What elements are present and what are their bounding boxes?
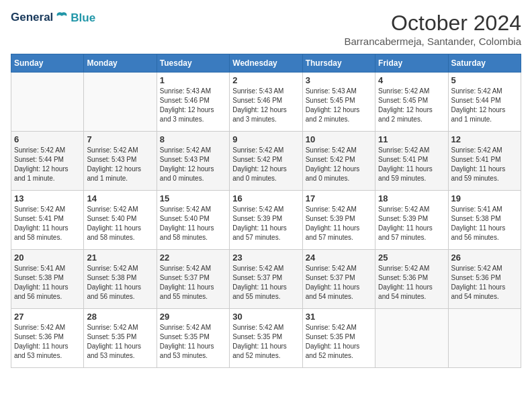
logo-blue: Blue [71,11,95,25]
weekday-header-friday: Friday [375,54,448,73]
day-info: Sunrise: 5:42 AM Sunset: 5:37 PM Dayligh… [160,264,226,302]
month-year-title: October 2024 [345,11,521,36]
calendar-cell: 26Sunrise: 5:42 AM Sunset: 5:36 PM Dayli… [448,250,521,309]
calendar-week-4: 20Sunrise: 5:41 AM Sunset: 5:38 PM Dayli… [11,250,521,309]
day-info: Sunrise: 5:42 AM Sunset: 5:36 PM Dayligh… [378,264,445,302]
day-info: Sunrise: 5:43 AM Sunset: 5:45 PM Dayligh… [306,87,372,124]
day-number: 23 [232,253,299,263]
day-info: Sunrise: 5:42 AM Sunset: 5:43 PM Dayligh… [160,146,226,183]
day-info: Sunrise: 5:43 AM Sunset: 5:46 PM Dayligh… [232,87,299,124]
day-info: Sunrise: 5:42 AM Sunset: 5:35 PM Dayligh… [306,323,372,361]
calendar-cell: 8Sunrise: 5:42 AM Sunset: 5:43 PM Daylig… [157,132,229,191]
calendar-cell: 17Sunrise: 5:42 AM Sunset: 5:39 PM Dayli… [302,191,375,250]
day-info: Sunrise: 5:42 AM Sunset: 5:39 PM Dayligh… [232,205,299,242]
day-number: 18 [378,193,445,203]
calendar-cell: 24Sunrise: 5:42 AM Sunset: 5:37 PM Dayli… [302,250,375,309]
day-number: 25 [378,253,445,263]
logo: General Blue [11,11,95,26]
calendar-cell [84,73,157,132]
calendar-week-2: 6Sunrise: 5:42 AM Sunset: 5:44 PM Daylig… [11,132,521,191]
day-info: Sunrise: 5:42 AM Sunset: 5:39 PM Dayligh… [306,205,372,242]
day-info: Sunrise: 5:42 AM Sunset: 5:36 PM Dayligh… [451,264,518,302]
calendar-cell: 1Sunrise: 5:43 AM Sunset: 5:46 PM Daylig… [157,73,229,132]
calendar-cell: 31Sunrise: 5:42 AM Sunset: 5:35 PM Dayli… [302,309,375,368]
calendar-cell: 23Sunrise: 5:42 AM Sunset: 5:37 PM Dayli… [230,250,302,309]
day-info: Sunrise: 5:42 AM Sunset: 5:37 PM Dayligh… [306,264,372,302]
day-info: Sunrise: 5:42 AM Sunset: 5:42 PM Dayligh… [306,146,372,183]
day-number: 10 [306,134,372,144]
calendar-cell [11,73,84,132]
calendar-cell: 27Sunrise: 5:42 AM Sunset: 5:36 PM Dayli… [11,309,84,368]
weekday-header-saturday: Saturday [448,54,521,73]
weekday-header-monday: Monday [84,54,157,73]
day-number: 28 [87,312,153,322]
day-number: 7 [87,134,153,144]
day-info: Sunrise: 5:42 AM Sunset: 5:37 PM Dayligh… [232,264,299,302]
logo-general: General [11,11,53,24]
day-info: Sunrise: 5:42 AM Sunset: 5:35 PM Dayligh… [87,323,153,361]
calendar-week-1: 1Sunrise: 5:43 AM Sunset: 5:46 PM Daylig… [11,73,521,132]
day-info: Sunrise: 5:42 AM Sunset: 5:45 PM Dayligh… [378,87,445,124]
day-info: Sunrise: 5:42 AM Sunset: 5:41 PM Dayligh… [14,205,81,242]
title-block: October 2024 Barrancabermeja, Santander,… [345,11,521,47]
day-number: 8 [160,134,226,144]
weekday-header-wednesday: Wednesday [230,54,302,73]
calendar-cell: 14Sunrise: 5:42 AM Sunset: 5:40 PM Dayli… [84,191,157,250]
calendar-week-5: 27Sunrise: 5:42 AM Sunset: 5:36 PM Dayli… [11,309,521,368]
day-number: 1 [160,75,226,85]
day-number: 2 [232,75,299,85]
day-info: Sunrise: 5:41 AM Sunset: 5:38 PM Dayligh… [14,264,81,302]
calendar-cell [375,309,448,368]
day-number: 26 [451,253,518,263]
weekday-header-thursday: Thursday [302,54,375,73]
calendar-cell: 28Sunrise: 5:42 AM Sunset: 5:35 PM Dayli… [84,309,157,368]
calendar-cell: 3Sunrise: 5:43 AM Sunset: 5:45 PM Daylig… [302,73,375,132]
day-info: Sunrise: 5:42 AM Sunset: 5:41 PM Dayligh… [378,146,445,183]
calendar-week-3: 13Sunrise: 5:42 AM Sunset: 5:41 PM Dayli… [11,191,521,250]
page-header: General Blue October 2024 Barrancabermej… [11,11,521,47]
day-number: 15 [160,193,226,203]
calendar-cell: 19Sunrise: 5:41 AM Sunset: 5:38 PM Dayli… [448,191,521,250]
calendar-cell: 15Sunrise: 5:42 AM Sunset: 5:40 PM Dayli… [157,191,229,250]
calendar-cell: 2Sunrise: 5:43 AM Sunset: 5:46 PM Daylig… [230,73,302,132]
day-info: Sunrise: 5:42 AM Sunset: 5:39 PM Dayligh… [378,205,445,242]
day-number: 24 [306,253,372,263]
day-info: Sunrise: 5:43 AM Sunset: 5:46 PM Dayligh… [160,87,226,124]
day-number: 11 [378,134,445,144]
day-number: 6 [14,134,81,144]
day-number: 5 [451,75,518,85]
calendar-cell: 20Sunrise: 5:41 AM Sunset: 5:38 PM Dayli… [11,250,84,309]
day-number: 19 [451,193,518,203]
day-number: 17 [306,193,372,203]
day-info: Sunrise: 5:42 AM Sunset: 5:36 PM Dayligh… [14,323,81,361]
calendar-cell: 9Sunrise: 5:42 AM Sunset: 5:42 PM Daylig… [230,132,302,191]
calendar-cell: 18Sunrise: 5:42 AM Sunset: 5:39 PM Dayli… [375,191,448,250]
day-number: 27 [14,312,81,322]
day-number: 30 [232,312,299,322]
location-subtitle: Barrancabermeja, Santander, Colombia [345,36,521,47]
calendar-cell: 30Sunrise: 5:42 AM Sunset: 5:35 PM Dayli… [230,309,302,368]
day-info: Sunrise: 5:42 AM Sunset: 5:42 PM Dayligh… [232,146,299,183]
day-info: Sunrise: 5:42 AM Sunset: 5:44 PM Dayligh… [14,146,81,183]
day-info: Sunrise: 5:42 AM Sunset: 5:44 PM Dayligh… [451,87,518,124]
weekday-header-tuesday: Tuesday [157,54,229,73]
day-number: 22 [160,253,226,263]
day-info: Sunrise: 5:41 AM Sunset: 5:38 PM Dayligh… [451,205,518,242]
day-number: 3 [306,75,372,85]
day-number: 13 [14,193,81,203]
day-number: 21 [87,253,153,263]
day-info: Sunrise: 5:42 AM Sunset: 5:35 PM Dayligh… [232,323,299,361]
calendar-header-row: SundayMondayTuesdayWednesdayThursdayFrid… [11,54,521,73]
day-number: 16 [232,193,299,203]
weekday-header-sunday: Sunday [11,54,84,73]
day-number: 29 [160,312,226,322]
calendar-cell: 7Sunrise: 5:42 AM Sunset: 5:43 PM Daylig… [84,132,157,191]
calendar-cell: 21Sunrise: 5:42 AM Sunset: 5:38 PM Dayli… [84,250,157,309]
calendar-cell: 12Sunrise: 5:42 AM Sunset: 5:41 PM Dayli… [448,132,521,191]
logo-bird-icon [54,11,69,26]
calendar-cell: 4Sunrise: 5:42 AM Sunset: 5:45 PM Daylig… [375,73,448,132]
day-info: Sunrise: 5:42 AM Sunset: 5:41 PM Dayligh… [451,146,518,183]
calendar-cell: 16Sunrise: 5:42 AM Sunset: 5:39 PM Dayli… [230,191,302,250]
day-number: 9 [232,134,299,144]
day-number: 14 [87,193,153,203]
